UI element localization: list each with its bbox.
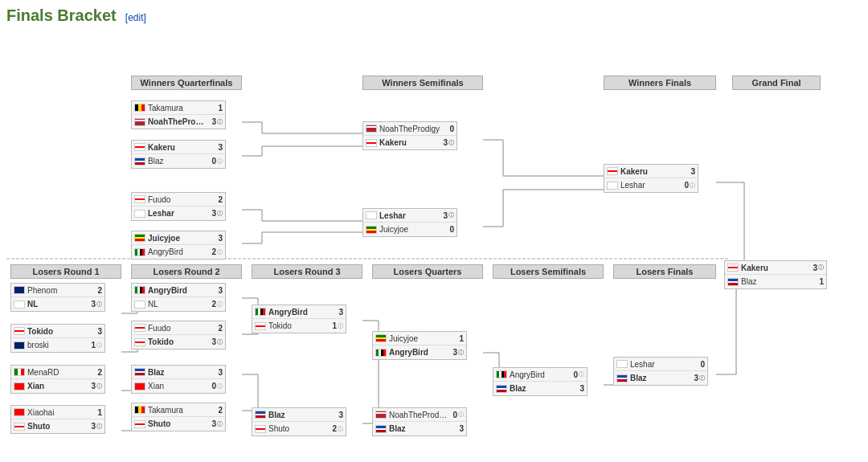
flag-jp7 [14,423,25,431]
flag-et3 [375,334,387,342]
flag-et2 [366,226,377,234]
flag-kr5 [134,301,145,309]
flag-jp9 [134,338,145,346]
lq-m2-p2: Blaz 3 [373,422,466,435]
lq-match2: NoahTheProdigy 0 ⓘ Blaz 3 [372,407,467,436]
flag-sv5 [375,425,387,433]
grand-final-header: Grand Final [732,76,821,90]
wqf-m4-p1: Juicyjoe 3 [132,231,225,245]
flag-jp5 [727,264,739,272]
flag-jp [134,143,145,151]
flag-jp2 [134,195,145,203]
flag-sv6 [496,385,507,393]
wsf-m2-p1: Leshar 3 ⓘ [363,209,457,223]
lsf-p1: AngryBird 0 ⓘ [493,368,587,382]
losers-quarters-header: Losers Quarters [372,264,483,279]
lr3-m2-p1: Blaz 3 [252,408,346,422]
wf-p1: Kakeru 3 [604,165,698,178]
lr1-m4-p2: Shuto 3 ⓘ [11,419,104,433]
flag-be2 [134,406,145,414]
flag-sv [134,157,145,166]
flag-jp10 [134,420,145,428]
lr1-m3-p2: Xian 3 ⓘ [11,379,104,393]
flag-jp12 [255,425,266,433]
wsf-m1-p1: NoahTheProdigy 0 [363,122,457,136]
wqf-match3: Fuudo 2 Leshar 3 ⓘ [131,192,226,221]
lr2-m2-p2: Tokido 3 ⓘ [132,335,225,349]
wqf-match2: Kakeru 3 Blaz 0 ⓘ [131,140,226,169]
losers-round3-header: Losers Round 3 [252,264,362,279]
wqf-match1: Takamura 1 NoahTheProdigy 3 ⓘ [131,100,226,129]
lr2-m1-p2: NL 2 ⓘ [132,297,225,311]
edit-link[interactable]: [edit] [125,12,146,23]
wqf-m1-p1: Takamura 1 [132,101,225,115]
winners-semifinals-header: Winners Semifinals [362,76,483,90]
lr2-match3: Blaz 3 Xian 0 ⓘ [131,365,226,394]
flag-jp4 [607,167,618,175]
flag-ae [134,248,145,256]
gf-match: Kakeru 3 ⓘ Blaz 1 [724,260,827,289]
wqf-m2-p1: Kakeru 3 [132,141,225,154]
flag-sv4 [255,411,266,419]
lr3-m1-p1: AngryBird 3 [252,305,346,319]
wqf-m3-p2: Leshar 3 ⓘ [132,206,225,220]
losers-finals-header: Losers Finals [613,264,716,279]
flag-jp8 [134,324,145,332]
flag-us2 [366,125,377,133]
lq-m1-p1: Juicyjoe 1 [373,332,466,345]
losers-round2-header: Losers Round 2 [131,264,242,279]
lr3-m2-p2: Shuto 2 ⓘ [252,422,346,435]
losers-semifinals-header: Losers Semifinals [493,264,604,279]
wsf-m1-p2: Kakeru 3 ⓘ [363,136,457,149]
wqf-m1-p2: NoahTheProdigy 3 ⓘ [132,115,225,129]
lr3-match1: AngryBird 3 Tokido 1 ⓘ [252,305,346,333]
wqf-m3-p1: Fuudo 2 [132,193,225,206]
lq-m2-p1: NoahTheProdigy 0 ⓘ [373,408,466,422]
flag-gb2 [14,341,25,350]
lq-match1: Juicyjoe 1 AngryBird 3 ⓘ [372,331,467,360]
flag-kr3 [607,182,618,190]
flag-ae4 [375,349,387,357]
lq-m1-p2: AngryBird 3 ⓘ [373,345,466,359]
flag-cn [14,382,25,390]
flag-us3 [375,411,387,419]
flag-kr4 [14,301,25,309]
flag-cn3 [134,382,145,390]
wf-p2: Leshar 0 ⓘ [604,178,698,192]
gf-p1: Kakeru 3 ⓘ [725,261,826,275]
flag-ae2 [134,286,145,294]
flag-jp3 [366,139,377,147]
flag-sv2 [727,278,739,286]
wsf-match1: NoahTheProdigy 0 Kakeru 3 ⓘ [362,121,457,150]
lr2-match4: Takamura 2 Shuto 3 ⓘ [131,403,226,431]
losers-round1-header: Losers Round 1 [10,264,121,279]
wqf-m4-p2: AngryBird 2 ⓘ [132,245,225,259]
flag-ae3 [255,308,266,316]
flag-kr6 [616,360,628,368]
flag-sv7 [616,374,628,382]
flag-us [134,118,145,126]
wsf-match2: Leshar 3 ⓘ Juicyjoe 0 [362,208,457,237]
winners-quarterfinals-header: Winners Quarterfinals [131,76,242,90]
flag-jp11 [255,322,266,330]
lr3-match2: Blaz 3 Shuto 2 ⓘ [252,407,346,436]
flag-et [134,234,145,242]
lr1-match1: Phenom 2 NL 3 ⓘ [10,283,105,312]
lr2-m3-p1: Blaz 3 [132,366,225,379]
flag-be [134,104,145,112]
lr2-m2-p1: Fuudo 2 [132,321,225,335]
lr2-m1-p1: AngryBird 3 [132,284,225,297]
lr1-m2-p1: Tokido 3 [11,325,104,338]
lr2-match1: AngryBird 3 NL 2 ⓘ [131,283,226,312]
lr1-m1-p1: Phenom 2 [11,284,104,297]
lr1-m2-p2: broski 1 ⓘ [11,338,104,352]
flag-kr2 [366,211,377,219]
lf-p2: Blaz 3 ⓘ [614,371,707,385]
flag-jp6 [14,327,25,335]
wsf-m2-p2: Juicyjoe 0 [363,223,457,236]
lr1-match3: MenaRD 2 Xian 3 ⓘ [10,365,105,394]
lr1-match2: Tokido 3 broski 1 ⓘ [10,324,105,353]
lr1-m1-p2: NL 3 ⓘ [11,297,104,311]
winners-finals-header: Winners Finals [604,76,716,90]
lr3-m1-p2: Tokido 1 ⓘ [252,319,346,333]
